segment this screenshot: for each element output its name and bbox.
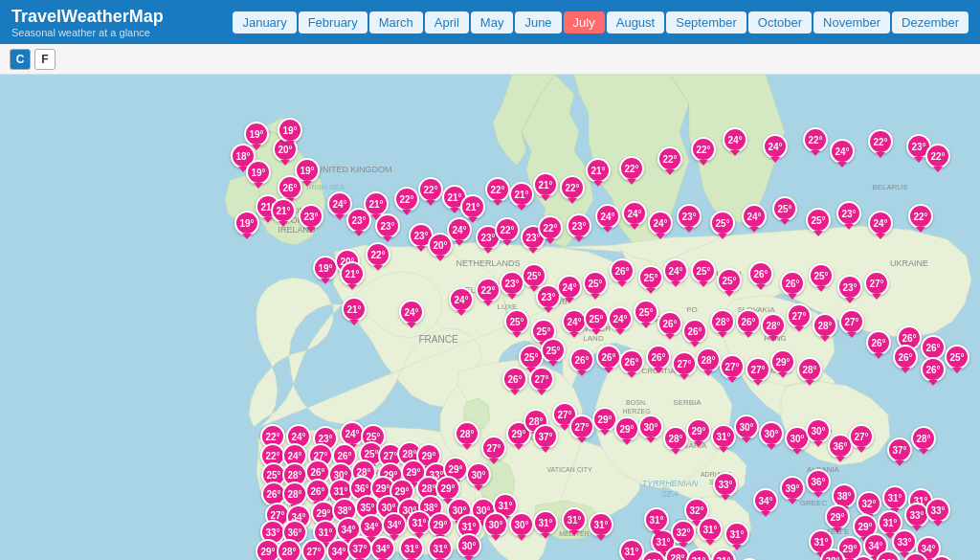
temp-marker[interactable]: 21° (586, 158, 611, 183)
temp-marker[interactable]: 31° (644, 507, 669, 532)
month-tab-february[interactable]: February (299, 11, 368, 34)
temp-marker[interactable]: 24° (830, 139, 855, 164)
temp-marker[interactable]: 37° (887, 437, 912, 462)
temp-marker[interactable]: 26° (596, 345, 621, 370)
temp-marker[interactable]: 22° (418, 177, 443, 202)
temp-marker[interactable]: 25° (806, 208, 831, 233)
temp-marker[interactable]: 37° (533, 424, 558, 449)
temp-marker[interactable]: 26° (278, 175, 302, 200)
temp-marker[interactable]: 27° (787, 303, 812, 328)
temp-marker[interactable]: 29° (614, 416, 639, 441)
temp-marker[interactable]: 29° (825, 504, 850, 529)
temp-marker[interactable]: 32° (857, 491, 881, 516)
temp-marker[interactable]: 27° (672, 351, 697, 376)
temp-marker[interactable]: 31° (882, 485, 907, 510)
temp-marker[interactable]: 31° (428, 536, 453, 560)
temp-marker[interactable]: 26° (610, 258, 635, 283)
temp-marker[interactable]: 22° (560, 175, 585, 200)
temp-marker[interactable]: 34° (753, 488, 778, 513)
temp-marker[interactable]: 22° (495, 217, 520, 242)
temp-marker[interactable]: 24° (557, 275, 582, 300)
temp-marker[interactable]: 25° (583, 271, 608, 296)
temp-marker[interactable]: 28° (277, 539, 301, 560)
temp-marker[interactable]: 24° (608, 306, 633, 331)
temp-marker[interactable]: 19° (278, 118, 302, 143)
temp-marker[interactable]: 24° (399, 300, 424, 325)
temp-marker[interactable]: 30° (509, 512, 534, 537)
temp-marker[interactable]: 31° (698, 517, 723, 542)
temp-marker[interactable]: 19° (246, 160, 271, 185)
temp-marker[interactable]: 26° (736, 309, 761, 334)
temp-marker[interactable]: 23° (837, 275, 862, 300)
temp-marker[interactable]: 37° (347, 536, 372, 560)
temp-marker[interactable]: 27° (529, 367, 554, 392)
temp-marker[interactable]: 22° (803, 127, 828, 152)
temp-marker[interactable]: 26° (893, 345, 918, 370)
temp-marker[interactable]: 30° (734, 414, 759, 439)
temp-marker[interactable]: 21° (460, 194, 485, 219)
temp-marker[interactable]: 21° (509, 182, 534, 207)
temp-marker[interactable]: 21° (271, 198, 296, 223)
temp-marker[interactable]: 27° (864, 271, 889, 296)
temp-marker[interactable]: 25° (541, 338, 566, 363)
temp-marker[interactable]: 22° (394, 187, 419, 212)
temp-marker[interactable]: 27° (849, 424, 874, 449)
temp-marker[interactable]: 23° (299, 204, 323, 229)
temp-marker[interactable]: 27° (569, 414, 594, 439)
temp-marker[interactable]: 26° (569, 347, 594, 372)
temp-marker[interactable]: 24° (622, 201, 647, 226)
temp-marker[interactable]: 26° (502, 367, 527, 392)
temp-marker[interactable]: 25° (584, 306, 609, 331)
temp-marker[interactable]: 28° (813, 313, 837, 338)
temp-marker[interactable]: 30° (806, 418, 831, 443)
temp-marker[interactable]: 24° (595, 204, 620, 229)
temp-marker[interactable]: 26° (921, 357, 946, 382)
temp-marker[interactable]: 21° (342, 297, 367, 322)
temp-marker[interactable]: 32° (671, 520, 696, 545)
temp-marker[interactable]: 22° (657, 146, 682, 171)
month-tab-may[interactable]: May (471, 11, 514, 34)
temp-marker[interactable]: 28° (911, 426, 936, 451)
temp-marker[interactable]: 27° (720, 354, 745, 379)
temp-marker[interactable]: 29° (428, 512, 453, 537)
temp-marker[interactable]: 30° (457, 533, 481, 558)
temp-marker[interactable]: 26° (657, 311, 682, 336)
temp-marker[interactable]: 25° (772, 196, 797, 221)
temp-marker[interactable]: 28° (761, 313, 786, 338)
temp-marker[interactable]: 24° (742, 204, 767, 229)
temp-marker[interactable]: 24° (648, 211, 673, 235)
temp-marker[interactable]: 30° (483, 512, 508, 537)
month-tab-april[interactable]: April (425, 11, 469, 34)
temp-marker[interactable]: 39° (780, 476, 805, 501)
temp-marker[interactable]: 29° (686, 418, 711, 443)
temp-marker[interactable]: 36° (806, 469, 831, 494)
month-tab-march[interactable]: March (369, 11, 423, 34)
temp-marker[interactable]: 26° (780, 271, 805, 296)
temp-marker[interactable]: 28° (696, 347, 721, 372)
temp-marker[interactable]: 24° (763, 134, 788, 159)
month-tab-june[interactable]: June (515, 11, 561, 34)
temp-marker[interactable]: 24° (449, 287, 474, 312)
temp-marker[interactable]: 25° (717, 268, 742, 293)
month-tab-january[interactable]: January (233, 11, 296, 34)
temp-marker[interactable]: 19° (234, 211, 259, 235)
month-tab-july[interactable]: July (564, 11, 605, 34)
temp-marker[interactable]: 21° (533, 172, 558, 197)
temp-marker[interactable]: 23° (677, 204, 702, 229)
temp-marker[interactable]: 31° (533, 510, 558, 535)
month-tab-dezember[interactable]: Dezember (892, 11, 969, 34)
temp-marker[interactable]: 23° (567, 213, 591, 238)
temp-marker[interactable]: 27° (839, 309, 864, 334)
temp-marker[interactable]: 22° (868, 129, 893, 154)
temp-marker[interactable]: 31° (711, 424, 736, 449)
temp-marker[interactable]: 34° (382, 512, 407, 537)
temp-marker[interactable]: 27° (481, 436, 506, 460)
temp-marker[interactable]: 28° (797, 357, 822, 382)
temp-marker[interactable]: 34° (370, 536, 395, 560)
temp-marker[interactable]: 27° (301, 539, 326, 560)
temp-marker[interactable]: 22° (619, 156, 644, 181)
month-tab-august[interactable]: August (607, 11, 664, 34)
temp-marker[interactable]: 22° (485, 177, 510, 202)
temp-marker[interactable]: 25° (504, 309, 529, 334)
temp-marker[interactable]: 28° (282, 482, 307, 506)
